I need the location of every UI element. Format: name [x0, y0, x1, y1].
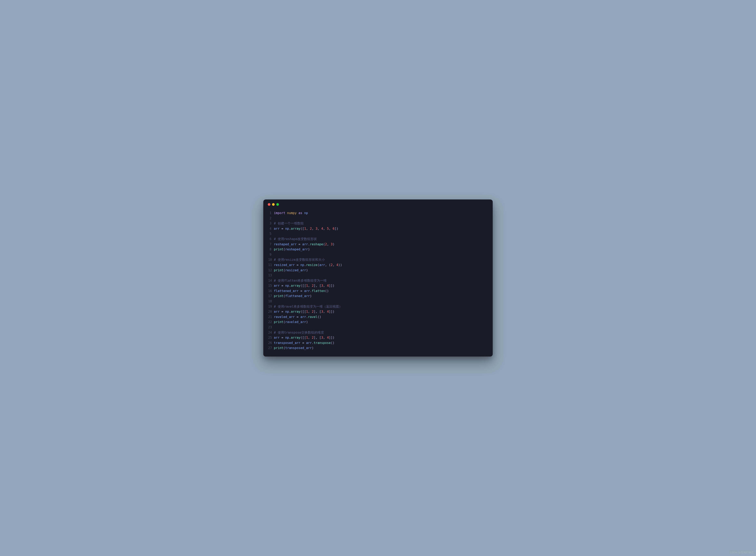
- minimize-icon[interactable]: [272, 203, 275, 206]
- code-line: 6# 使用reshape改变数组形状: [268, 237, 488, 242]
- line-number: 18: [268, 299, 274, 304]
- code-content: print(resized_arr): [274, 268, 488, 273]
- line-number: 9: [268, 252, 274, 257]
- code-content: # 创建一个一维数组: [274, 221, 488, 226]
- code-line: 5: [268, 231, 488, 237]
- close-icon[interactable]: [268, 203, 270, 206]
- code-line: 19# 使用ravel将多维数组变为一维（返回视图）: [268, 304, 488, 309]
- code-line: 16flattened_arr = arr.flatten(): [268, 288, 488, 294]
- code-line: 12print(resized_arr): [268, 268, 488, 273]
- code-content: arr = np.array([[1, 2], [3, 4]]): [274, 309, 488, 315]
- line-number: 22: [268, 320, 274, 325]
- code-content: print(reshaped_arr): [274, 247, 488, 252]
- code-content: arr = np.array([1, 2, 3, 4, 5, 6]): [274, 226, 488, 232]
- line-number: 4: [268, 226, 274, 232]
- code-line: 14# 使用flatten将多维数组变为一维: [268, 278, 488, 283]
- code-area: 1import numpy as np23# 创建一个一维数组4arr = np…: [263, 208, 493, 356]
- code-content: print(flattened_arr): [274, 293, 488, 299]
- code-content: [274, 299, 488, 304]
- code-content: resized_arr = np.resize(arr, (2, 4)): [274, 263, 488, 268]
- code-content: [274, 273, 488, 278]
- line-number: 2: [268, 216, 274, 221]
- line-number: 12: [268, 268, 274, 273]
- line-number: 23: [268, 325, 274, 330]
- code-content: arr = np.array([[1, 2], [3, 4]]): [274, 283, 488, 288]
- code-content: raveled_arr = arr.ravel(): [274, 315, 488, 320]
- code-window: 1import numpy as np23# 创建一个一维数组4arr = np…: [263, 200, 493, 356]
- code-line: 25arr = np.array([[1, 2], [3, 4]]): [268, 335, 488, 341]
- code-line: 22print(raveled_arr): [268, 320, 488, 325]
- code-line: 2: [268, 216, 488, 221]
- code-line: 13: [268, 273, 488, 278]
- line-number: 21: [268, 315, 274, 320]
- code-line: 26transposed_arr = arr.transpose(): [268, 341, 488, 346]
- code-content: import numpy as np: [274, 211, 488, 216]
- code-line: 1import numpy as np: [268, 211, 488, 216]
- code-line: 8print(reshaped_arr): [268, 247, 488, 252]
- line-number: 8: [268, 247, 274, 252]
- line-number: 20: [268, 309, 274, 315]
- line-number: 24: [268, 330, 274, 336]
- line-number: 3: [268, 221, 274, 226]
- line-number: 5: [268, 231, 274, 237]
- code-content: # 使用flatten将多维数组变为一维: [274, 278, 488, 283]
- window-titlebar: [263, 200, 493, 208]
- code-content: # 使用reshape改变数组形状: [274, 237, 488, 242]
- line-number: 19: [268, 304, 274, 309]
- code-content: [274, 231, 488, 237]
- line-number: 1: [268, 211, 274, 216]
- code-content: # 使用ravel将多维数组变为一维（返回视图）: [274, 304, 488, 309]
- code-content: # 使用transpose交换数组的维度: [274, 330, 488, 336]
- code-line: 7reshaped_arr = arr.reshape(2, 3): [268, 242, 488, 247]
- line-number: 13: [268, 273, 274, 278]
- code-line: 21raveled_arr = arr.ravel(): [268, 315, 488, 320]
- code-content: arr = np.array([[1, 2], [3, 4]]): [274, 335, 488, 341]
- line-number: 11: [268, 263, 274, 268]
- code-line: 17print(flattened_arr): [268, 293, 488, 299]
- code-line: 24# 使用transpose交换数组的维度: [268, 330, 488, 336]
- code-content: print(raveled_arr): [274, 320, 488, 325]
- code-line: 10# 使用resize改变数组形状和大小: [268, 257, 488, 263]
- code-content: # 使用resize改变数组形状和大小: [274, 257, 488, 263]
- line-number: 15: [268, 283, 274, 288]
- line-number: 14: [268, 278, 274, 283]
- code-line: 20arr = np.array([[1, 2], [3, 4]]): [268, 309, 488, 315]
- code-line: 23: [268, 325, 488, 330]
- code-content: transposed_arr = arr.transpose(): [274, 341, 488, 346]
- maximize-icon[interactable]: [276, 203, 279, 206]
- code-content: print(transposed_arr): [274, 346, 488, 351]
- line-number: 6: [268, 237, 274, 242]
- code-line: 11resized_arr = np.resize(arr, (2, 4)): [268, 263, 488, 268]
- code-line: 3# 创建一个一维数组: [268, 221, 488, 226]
- line-number: 27: [268, 346, 274, 351]
- code-content: [274, 325, 488, 330]
- code-line: 9: [268, 252, 488, 257]
- code-content: reshaped_arr = arr.reshape(2, 3): [274, 242, 488, 247]
- line-number: 10: [268, 257, 274, 263]
- code-content: flattened_arr = arr.flatten(): [274, 288, 488, 294]
- code-content: [274, 216, 488, 221]
- line-number: 17: [268, 293, 274, 299]
- code-line: 15arr = np.array([[1, 2], [3, 4]]): [268, 283, 488, 288]
- line-number: 7: [268, 242, 274, 247]
- line-number: 16: [268, 288, 274, 294]
- code-line: 27print(transposed_arr): [268, 346, 488, 351]
- watermark: CSDN @孤独打铁匠: [730, 551, 754, 554]
- code-line: 4arr = np.array([1, 2, 3, 4, 5, 6]): [268, 226, 488, 232]
- line-number: 26: [268, 341, 274, 346]
- code-line: 18: [268, 299, 488, 304]
- line-number: 25: [268, 335, 274, 341]
- code-content: [274, 252, 488, 257]
